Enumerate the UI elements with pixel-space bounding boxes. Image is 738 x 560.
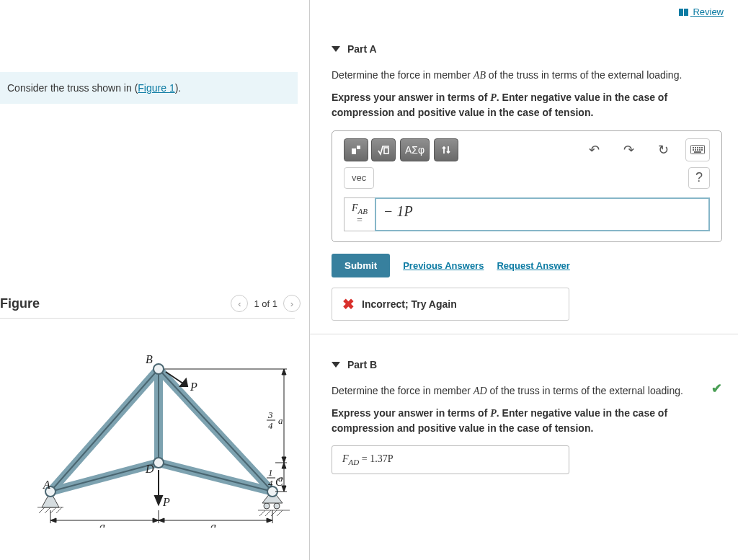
- svg-marker-34: [50, 518, 56, 523]
- next-figure-button[interactable]: ›: [283, 295, 301, 312]
- svg-rect-64: [697, 147, 698, 148]
- review-link[interactable]: Review: [679, 6, 724, 17]
- answer-input-row: FAB= − 1P: [344, 197, 710, 231]
- svg-rect-71: [701, 149, 703, 151]
- svg-text:4: 4: [268, 420, 273, 431]
- answer-toolbar: ΑΣφ ↶ ↷ ↻: [344, 138, 710, 161]
- figure-title: Figure: [0, 296, 40, 311]
- label-load-bottom: P: [162, 496, 170, 508]
- svg-line-3: [50, 507, 56, 513]
- template-button[interactable]: [344, 138, 368, 161]
- request-answer-link[interactable]: Request Answer: [497, 260, 569, 271]
- label-height-upper: a: [278, 415, 283, 426]
- label-B: B: [146, 353, 153, 365]
- label-A: A: [43, 479, 50, 491]
- redo-button[interactable]: ↷: [616, 138, 641, 161]
- figure-count: 1 of 1: [254, 298, 277, 309]
- submit-button[interactable]: Submit: [332, 254, 390, 277]
- svg-text:1: 1: [268, 467, 273, 478]
- caret-down-icon: [332, 46, 340, 52]
- figure-header: Figure ‹ 1 of 1 ›: [0, 295, 309, 312]
- svg-marker-36: [159, 518, 164, 523]
- svg-line-4: [56, 507, 62, 513]
- label-D: D: [145, 463, 154, 475]
- svg-point-11: [264, 503, 270, 509]
- help-button[interactable]: ?: [688, 167, 710, 189]
- figure-divider: [0, 318, 295, 319]
- svg-marker-43: [282, 369, 286, 375]
- label-height-lower: a: [278, 473, 283, 484]
- part-a: Part A Determine the force in member AB …: [310, 19, 738, 328]
- part-b-toggle[interactable]: Part B: [332, 359, 722, 370]
- previous-answers-link[interactable]: Previous Answers: [403, 260, 484, 271]
- label-span-left: a: [99, 520, 105, 528]
- part-b-title: Part B: [347, 359, 377, 370]
- updown-button[interactable]: [434, 138, 458, 161]
- svg-rect-58: [352, 148, 356, 154]
- prompt-suffix: ).: [175, 82, 182, 94]
- keyboard-button[interactable]: [685, 138, 710, 161]
- correct-icon: ✔: [711, 381, 722, 396]
- right-panel: Review Part A Determine the force in mem…: [310, 0, 738, 560]
- svg-line-1: [39, 507, 45, 513]
- figure-link[interactable]: Figure 1: [138, 82, 174, 94]
- part-a-instruction: Express your answer in terms of P. Enter…: [332, 90, 722, 120]
- vec-button[interactable]: vec: [344, 167, 374, 189]
- figure-nav: ‹ 1 of 1 ›: [231, 295, 301, 312]
- figure-diagram: A B C D P P a a 3 4 a 1 4 a: [22, 340, 295, 530]
- feedback-text: Incorrect; Try Again: [362, 298, 457, 310]
- svg-rect-56: [679, 9, 683, 16]
- prev-figure-button[interactable]: ‹: [231, 295, 248, 312]
- svg-text:3: 3: [267, 409, 273, 420]
- svg-rect-70: [699, 149, 701, 151]
- label-load-top: P: [190, 381, 197, 393]
- svg-rect-63: [695, 147, 696, 148]
- svg-marker-37: [267, 518, 272, 523]
- input-variable: FAB=: [344, 197, 375, 231]
- feedback-box: ✖ Incorrect; Try Again: [332, 288, 569, 321]
- svg-rect-69: [697, 149, 698, 151]
- part-b: Part B ✔ Determine the force in member A…: [310, 334, 738, 481]
- svg-line-7: [259, 510, 265, 516]
- part-b-instruction: Express your answer in terms of P. Enter…: [332, 406, 722, 436]
- svg-line-10: [277, 510, 283, 516]
- incorrect-icon: ✖: [342, 295, 355, 313]
- part-a-question: Determine the force in member AB of the …: [332, 68, 722, 83]
- svg-rect-65: [699, 147, 701, 148]
- svg-line-8: [265, 510, 271, 516]
- greek-button[interactable]: ΑΣφ: [400, 138, 430, 161]
- caret-down-icon: [332, 362, 340, 368]
- answer-panel: ΑΣφ ↶ ↷ ↻ vec ?: [332, 130, 722, 242]
- book-icon: [679, 8, 689, 19]
- sqrt-button[interactable]: [371, 138, 396, 161]
- svg-text:4: 4: [268, 478, 273, 489]
- review-label: Review: [693, 6, 724, 17]
- part-b-answer: FAD = 1.37P: [332, 445, 569, 474]
- answer-input[interactable]: − 1P: [375, 197, 710, 231]
- part-a-toggle[interactable]: Part A: [332, 43, 722, 55]
- reset-button[interactable]: ↻: [651, 138, 675, 161]
- svg-line-2: [45, 507, 50, 513]
- undo-button[interactable]: ↶: [582, 138, 606, 161]
- problem-statement: Consider the truss shown in (Figure 1).: [0, 72, 298, 104]
- svg-rect-57: [684, 9, 688, 16]
- svg-marker-45: [282, 463, 286, 468]
- svg-point-27: [154, 458, 164, 468]
- part-a-title: Part A: [347, 43, 377, 55]
- svg-rect-67: [693, 149, 694, 151]
- part-b-question: Determine the force in member AD of the …: [332, 383, 722, 399]
- svg-line-9: [271, 510, 277, 516]
- svg-rect-62: [693, 147, 694, 148]
- left-panel: Consider the truss shown in (Figure 1). …: [0, 0, 310, 560]
- svg-rect-68: [695, 149, 696, 151]
- svg-rect-72: [694, 151, 701, 153]
- svg-point-12: [274, 503, 280, 509]
- svg-rect-59: [357, 146, 360, 149]
- svg-point-25: [154, 364, 164, 374]
- prompt-prefix: Consider the truss shown in (: [7, 82, 138, 94]
- svg-rect-60: [384, 148, 388, 154]
- svg-marker-31: [155, 496, 162, 505]
- label-span-right: a: [210, 520, 216, 528]
- svg-rect-66: [701, 147, 703, 148]
